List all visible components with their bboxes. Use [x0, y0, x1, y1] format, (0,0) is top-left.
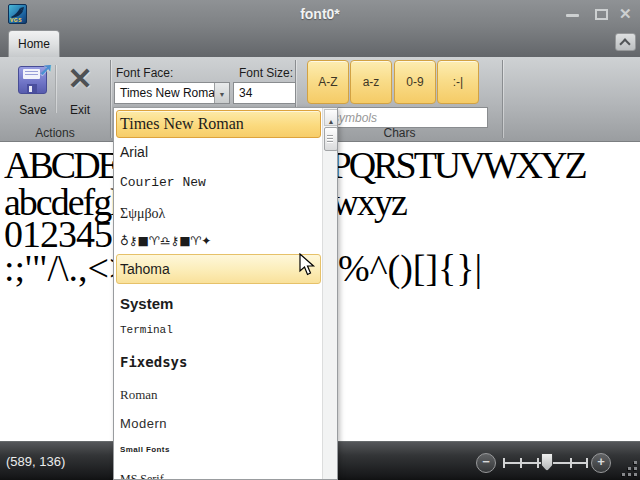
- zoom-out-button[interactable]: −: [476, 453, 496, 473]
- dropdown-scrollbar[interactable]: ▲: [322, 108, 337, 479]
- font-item-roman[interactable]: Roman: [120, 387, 158, 403]
- chars-symbols-button[interactable]: :-|: [437, 60, 479, 104]
- font-face-dropdown-list: Times New Roman Arial Courier New Σψμβολ…: [113, 107, 338, 480]
- exit-icon[interactable]: ✕: [62, 61, 98, 97]
- save-arrow-icon: ➚: [39, 59, 53, 80]
- preview-symbols-line-right: %^()[]{}|: [338, 249, 482, 287]
- font-item-times-new-roman[interactable]: Times New Roman: [120, 115, 244, 133]
- font-item-ms-serif[interactable]: MS Serif: [120, 472, 164, 480]
- separator: [55, 65, 56, 113]
- font-item-system[interactable]: System: [120, 295, 173, 312]
- font-face-label: Font Face:: [116, 66, 173, 80]
- font-item-modern[interactable]: Modern: [120, 416, 167, 431]
- font-item-symbol[interactable]: Σψμβολ: [120, 206, 165, 222]
- save-icon[interactable]: ➚: [18, 66, 47, 94]
- group-separator: [502, 60, 503, 138]
- chars-lowercase-button[interactable]: a-z: [350, 60, 392, 104]
- ribbon-collapse-button[interactable]: [615, 33, 636, 51]
- group-separator: [110, 60, 111, 138]
- zoom-in-button[interactable]: +: [591, 453, 611, 473]
- exit-button[interactable]: Exit: [58, 103, 102, 117]
- font-size-field[interactable]: 34: [233, 82, 296, 104]
- font-item-arial[interactable]: Arial: [120, 144, 148, 160]
- font-item-small-fonts[interactable]: Small Fonts: [120, 445, 170, 454]
- scroll-up-button[interactable]: ▲: [324, 109, 338, 126]
- tab-home[interactable]: Home: [8, 30, 60, 57]
- chevron-down-icon: ▼: [219, 91, 226, 98]
- title-bar: VGS font0* ✕ Home: [0, 0, 640, 57]
- minimize-icon[interactable]: [566, 14, 579, 17]
- maximize-icon[interactable]: [595, 9, 608, 20]
- symbols-search-input[interactable]: [328, 107, 488, 128]
- font-item-tahoma[interactable]: Tahoma: [120, 261, 170, 277]
- preview-symbols-line-left: :;'"/\.,<>: [4, 249, 130, 287]
- font-item-fixedsys[interactable]: Fixedsys: [120, 354, 187, 370]
- mouse-cursor-icon: [299, 253, 316, 277]
- close-icon[interactable]: ✕: [619, 5, 632, 23]
- scrollbar-thumb[interactable]: [324, 127, 338, 151]
- combo-dropdown-button[interactable]: ▼: [214, 83, 229, 103]
- font-face-combobox[interactable]: Times New Roman ▼: [114, 82, 230, 104]
- triangle-up-icon: ▲: [328, 118, 335, 125]
- resize-grip[interactable]: [634, 461, 637, 464]
- font-item-wingdings[interactable]: ♁⚷■♈♎⚷■♈✦: [120, 234, 211, 248]
- cursor-coordinates: (589, 136): [6, 454, 65, 469]
- font-face-value: Times New Roman: [120, 86, 222, 100]
- save-button[interactable]: Save: [11, 103, 55, 117]
- chevron-up-icon: [619, 38, 630, 49]
- font-item-courier-new[interactable]: Courier New: [120, 175, 206, 190]
- chars-digits-button[interactable]: 0-9: [394, 60, 436, 104]
- chars-uppercase-button[interactable]: A-Z: [307, 60, 349, 104]
- zoom-slider-thumb[interactable]: [541, 453, 553, 471]
- font-item-terminal[interactable]: Terminal: [120, 324, 173, 336]
- actions-group-label: Actions: [0, 126, 110, 140]
- window-title: font0*: [0, 6, 640, 22]
- font-size-label: Font Size:: [239, 66, 293, 80]
